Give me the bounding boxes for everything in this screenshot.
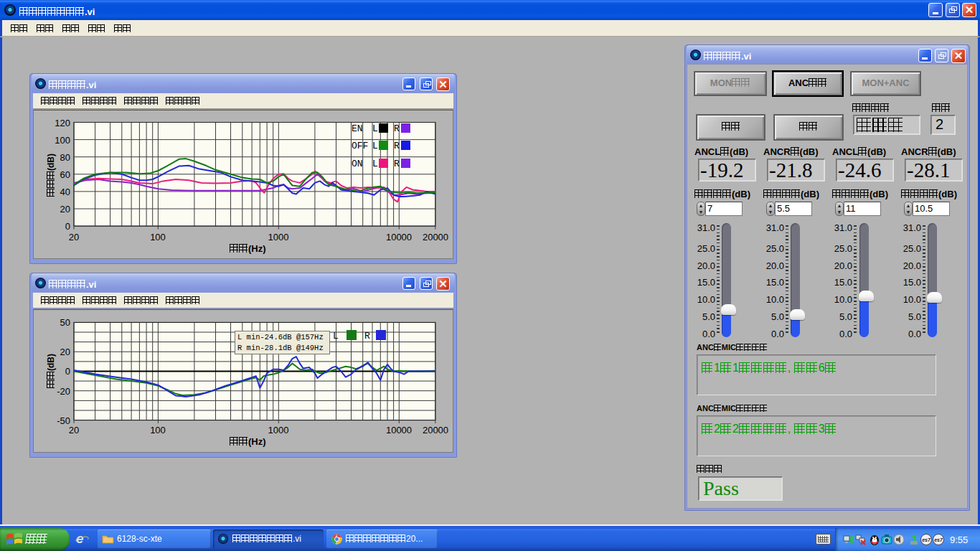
svg-text:es7: es7 [922,537,931,542]
svg-text:es7: es7 [934,537,943,542]
